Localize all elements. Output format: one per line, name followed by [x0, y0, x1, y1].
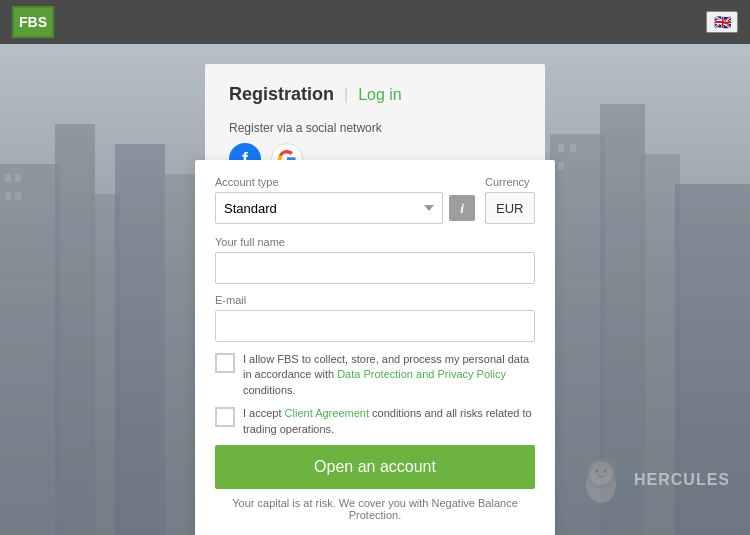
email-label: E-mail	[215, 294, 535, 306]
hercules-label: HERCULES	[634, 471, 730, 489]
reg-header: Registration | Log in	[229, 84, 521, 105]
account-type-wrapper: Standard Cent Micro Zero Spread i	[215, 192, 475, 224]
svg-rect-10	[5, 174, 11, 182]
svg-rect-13	[15, 192, 21, 200]
svg-point-21	[595, 470, 598, 473]
svg-rect-1	[0, 164, 60, 535]
agreement-checkbox-row: I accept Client Agreement conditions and…	[215, 406, 535, 437]
agreement-checkbox[interactable]	[215, 407, 235, 427]
svg-rect-15	[570, 144, 576, 152]
account-type-select[interactable]: Standard Cent Micro Zero Spread	[215, 192, 443, 224]
svg-rect-12	[5, 192, 11, 200]
privacy-checkbox[interactable]	[215, 353, 235, 373]
svg-rect-16	[558, 162, 564, 170]
form-panel: Account type Standard Cent Micro Zero Sp…	[195, 160, 555, 535]
email-input[interactable]	[215, 310, 535, 342]
fbs-logo[interactable]: FBS	[12, 6, 54, 38]
svg-point-19	[593, 464, 609, 478]
open-account-button[interactable]: Open an account	[215, 445, 535, 489]
svg-rect-5	[160, 174, 195, 535]
svg-rect-4	[115, 144, 165, 535]
privacy-text: I allow FBS to collect, store, and proce…	[243, 352, 535, 398]
svg-rect-11	[15, 174, 21, 182]
currency-value: EUR	[485, 192, 535, 224]
account-type-field: Account type Standard Cent Micro Zero Sp…	[215, 176, 475, 224]
hercules-badge: HERCULES	[576, 455, 730, 505]
language-flag[interactable]: 🇬🇧	[706, 11, 738, 33]
agreement-text: I accept Client Agreement conditions and…	[243, 406, 535, 437]
risk-disclaimer: Your capital is at risk. We cover you wi…	[215, 497, 535, 521]
currency-label: Currency	[485, 176, 535, 188]
account-currency-row: Account type Standard Cent Micro Zero Sp…	[215, 176, 535, 224]
email-field: E-mail	[215, 294, 535, 342]
currency-field: Currency EUR	[485, 176, 535, 224]
full-name-field: Your full name	[215, 236, 535, 284]
privacy-policy-link[interactable]: Data Protection and Privacy Policy	[337, 368, 506, 380]
full-name-label: Your full name	[215, 236, 535, 248]
navbar: FBS 🇬🇧	[0, 0, 750, 44]
svg-point-22	[603, 470, 606, 473]
svg-rect-14	[558, 144, 564, 152]
login-link[interactable]: Log in	[358, 86, 402, 104]
social-label: Register via a social network	[229, 121, 521, 135]
account-type-label: Account type	[215, 176, 475, 188]
privacy-checkbox-row: I allow FBS to collect, store, and proce…	[215, 352, 535, 398]
hercules-lion-icon	[576, 455, 626, 505]
registration-title: Registration	[229, 84, 334, 105]
header-divider: |	[344, 86, 348, 104]
svg-rect-2	[55, 124, 95, 535]
client-agreement-link[interactable]: Client Agreement	[285, 407, 369, 419]
account-info-button[interactable]: i	[449, 195, 475, 221]
full-name-input[interactable]	[215, 252, 535, 284]
